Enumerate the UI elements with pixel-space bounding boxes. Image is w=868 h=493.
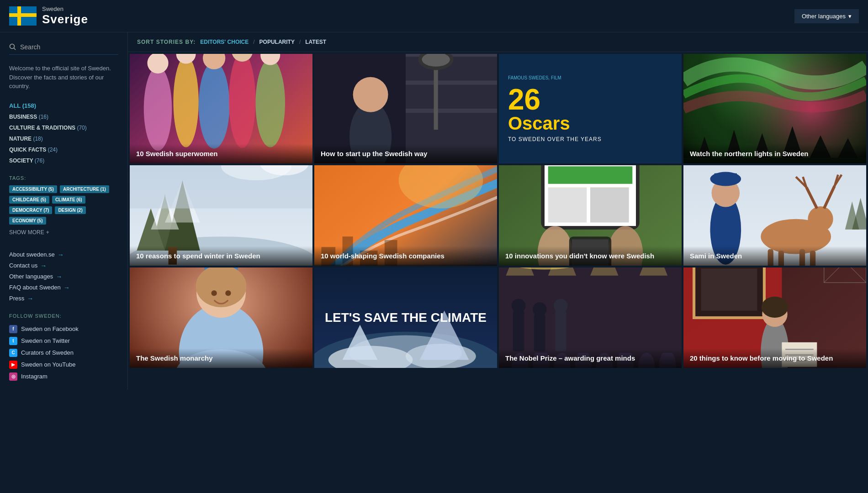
- card-overlay: The Nobel Prize – awarding great minds: [499, 348, 682, 368]
- svg-point-26: [353, 77, 388, 112]
- card-overlay: How to start up the Swedish way: [314, 144, 497, 164]
- link-languages[interactable]: Other languages →: [9, 271, 118, 282]
- svg-point-136: [762, 297, 788, 318]
- svg-rect-90: [715, 173, 737, 182]
- svg-rect-124: [513, 311, 524, 351]
- link-contact[interactable]: Contact us →: [9, 260, 118, 271]
- sort-editors-choice[interactable]: EDITORS' CHOICE: [200, 39, 249, 45]
- card-winter[interactable]: 10 reasons to spend winter in Sweden: [130, 165, 312, 266]
- card-innovations[interactable]: 10 innovations you didn't know were Swed…: [499, 165, 682, 266]
- svg-point-129: [554, 299, 568, 313]
- sweden-flag: [9, 6, 37, 26]
- other-languages-button[interactable]: Other languages ▾: [794, 9, 859, 23]
- card-oscars[interactable]: FAMOUS SWEDES, FILM 26 Oscars TO SWEDEN …: [499, 54, 682, 163]
- card-superwomen[interactable]: 10 Swedish superwomen: [130, 54, 312, 163]
- card-overlay: 10 reasons to spend winter in Sweden: [130, 246, 312, 266]
- card-title: 10 Swedish superwomen: [136, 149, 306, 158]
- card-sami[interactable]: Sami in Sweden: [683, 165, 866, 266]
- sort-latest[interactable]: LATEST: [305, 39, 326, 45]
- card-overlay: 10 innovations you didn't know were Swed…: [499, 246, 682, 266]
- follow-label: FOLLOW SWEDEN:: [9, 313, 118, 319]
- tag-democracy[interactable]: DEMOCRACY (7): [9, 206, 52, 214]
- social-list: f Sweden on Facebook t Sweden on Twitter…: [9, 323, 118, 383]
- svg-rect-68: [590, 187, 629, 222]
- card-overlay: 10 world-shaping Swedish companies: [314, 246, 497, 266]
- card-overlay: 20 things to know before moving to Swede…: [683, 348, 866, 368]
- logo-name: Sverige: [42, 12, 88, 26]
- logo-text: Sweden Sverige: [42, 5, 88, 26]
- oscars-number: 26: [508, 85, 672, 114]
- tag-architecture[interactable]: ARCHITECTURE (1): [60, 185, 109, 193]
- social-youtube[interactable]: ▶ Sweden on YouTube: [9, 359, 118, 371]
- search-icon: [9, 43, 16, 51]
- category-all[interactable]: ALL (158): [9, 100, 118, 111]
- sort-bar: SORT STORIES BY: EDITORS' CHOICE / POPUL…: [128, 32, 868, 52]
- social-facebook[interactable]: f Sweden on Facebook: [9, 323, 118, 335]
- social-twitter[interactable]: t Sweden on Twitter: [9, 335, 118, 347]
- social-instagram[interactable]: ◎ Instagram: [9, 371, 118, 383]
- tag-childcare[interactable]: CHILDCARE (5): [9, 196, 49, 204]
- tag-accessibility[interactable]: ACCESSIBILITY (5): [9, 185, 57, 193]
- svg-rect-16: [406, 80, 497, 84]
- oscars-word: Oscars: [508, 114, 672, 132]
- svg-rect-133: [701, 268, 757, 310]
- svg-rect-17: [406, 109, 497, 113]
- svg-point-102: [225, 290, 231, 296]
- welcome-text: Welcome to the official site of Sweden. …: [9, 64, 118, 91]
- header: Sweden Sverige Other languages ▾: [0, 0, 868, 32]
- svg-point-125: [512, 299, 526, 313]
- link-press[interactable]: Press →: [9, 293, 118, 304]
- card-overlay: Watch the northern lights in Sweden: [683, 144, 866, 164]
- facebook-icon: f: [9, 325, 17, 333]
- sort-popularity[interactable]: POPULARITY: [259, 39, 295, 45]
- card-northern-lights[interactable]: Watch the northern lights in Sweden: [683, 54, 866, 163]
- card-title: 20 things to know before moving to Swede…: [690, 354, 860, 363]
- card-title: The Swedish monarchy: [136, 354, 306, 363]
- card-startup[interactable]: How to start up the Swedish way: [314, 54, 497, 163]
- card-climate[interactable]: LET'S SAVE THE CLIMATE: [314, 267, 497, 368]
- svg-rect-126: [534, 314, 545, 351]
- card-title: The Nobel Prize – awarding great minds: [505, 354, 675, 363]
- curators-icon: C: [9, 349, 17, 357]
- tag-design[interactable]: DESIGN (2): [55, 206, 85, 214]
- card-overlay: Sami in Sweden: [683, 246, 866, 266]
- main-content: SORT STORIES BY: EDITORS' CHOICE / POPUL…: [128, 32, 868, 390]
- svg-point-0: [10, 44, 15, 49]
- card-title: 10 innovations you didn't know were Swed…: [505, 252, 675, 261]
- tags-label: TAGS:: [9, 175, 118, 181]
- link-faq[interactable]: FAQ about Sweden →: [9, 282, 118, 293]
- sidebar-links: About sweden.se → Contact us → Other lan…: [9, 249, 118, 304]
- social-curators[interactable]: C Curators of Sweden: [9, 347, 118, 359]
- svg-line-1: [14, 48, 16, 50]
- stories-grid: 10 Swedish superwomen: [128, 52, 868, 370]
- category-nature[interactable]: NATURE (18): [9, 133, 118, 144]
- svg-rect-67: [548, 187, 587, 222]
- card-companies[interactable]: 10 world-shaping Swedish companies: [314, 165, 497, 266]
- tag-climate[interactable]: CLIMATE (6): [52, 196, 85, 204]
- svg-marker-123: [640, 267, 668, 276]
- tag-economy[interactable]: ECONOMY (5): [9, 217, 46, 225]
- link-about[interactable]: About sweden.se →: [9, 249, 118, 260]
- category-business[interactable]: BUSINESS (16): [9, 111, 118, 122]
- svg-rect-128: [555, 311, 566, 351]
- card-overlay: 10 Swedish superwomen: [130, 144, 312, 164]
- svg-rect-66: [548, 166, 633, 184]
- instagram-icon: ◎: [9, 372, 17, 381]
- card-title: How to start up the Swedish way: [321, 149, 491, 158]
- search-bar[interactable]: Search: [9, 40, 118, 55]
- svg-point-101: [211, 290, 217, 296]
- card-title: 10 reasons to spend winter in Sweden: [136, 252, 306, 261]
- sort-label: SORT STORIES BY:: [137, 39, 196, 45]
- twitter-icon: t: [9, 337, 17, 345]
- svg-point-5: [199, 62, 230, 149]
- card-moving[interactable]: 20 things to know before moving to Swede…: [683, 267, 866, 368]
- card-monarchy[interactable]: The Swedish monarchy: [130, 267, 312, 368]
- category-culture[interactable]: CULTURE & TRADITIONS (70): [9, 122, 118, 133]
- card-nobel[interactable]: The Nobel Prize – awarding great minds: [499, 267, 682, 368]
- svg-point-127: [533, 302, 547, 316]
- svg-point-4: [173, 56, 198, 147]
- category-quickfacts[interactable]: QUICK FACTS (24): [9, 144, 118, 155]
- show-more-button[interactable]: SHOW MORE +: [9, 229, 118, 236]
- card-title: Sami in Sweden: [690, 252, 860, 261]
- category-society[interactable]: SOCIETY (76): [9, 155, 118, 166]
